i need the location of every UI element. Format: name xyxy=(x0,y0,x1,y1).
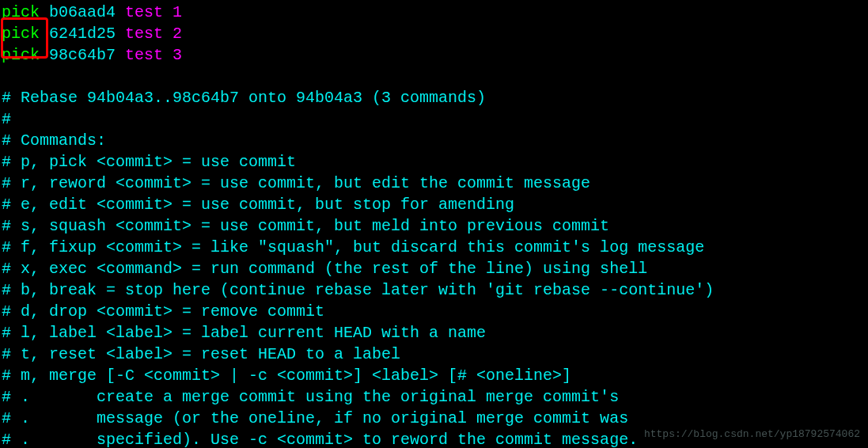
pick-action: pick xyxy=(2,25,40,43)
watermark-text: https://blog.csdn.net/yp18792574062 xyxy=(644,427,860,442)
commit-line-2[interactable]: pick 6241d25 test 2 xyxy=(2,23,866,44)
commit-line-1[interactable]: pick b06aad4 test 1 xyxy=(2,2,866,23)
comment-commands-header: # Commands: xyxy=(2,130,866,151)
pick-action: pick xyxy=(2,3,40,21)
comment-reword: # r, reword <commit> = use commit, but e… xyxy=(2,173,866,194)
comment-merge2: # . create a merge commit using the orig… xyxy=(2,386,866,408)
comment-pick: # p, pick <commit> = use commit xyxy=(2,151,866,173)
comment-merge3: # . message (or the oneline, if no origi… xyxy=(2,408,866,429)
pick-action: pick xyxy=(2,46,40,64)
comment-merge: # m, merge [-C <commit> | -c <commit>] <… xyxy=(2,365,866,386)
comment-fixup: # f, fixup <commit> = like "squash", but… xyxy=(2,237,866,258)
commit-hash: 6241d25 xyxy=(49,25,116,43)
commit-line-3[interactable]: pick 98c64b7 test 3 xyxy=(2,44,866,66)
comment-reset: # t, reset <label> = reset HEAD to a lab… xyxy=(2,344,866,365)
commit-message: test 1 xyxy=(125,3,182,21)
blank-line xyxy=(2,66,866,87)
commit-hash: 98c64b7 xyxy=(49,46,116,64)
terminal-content[interactable]: pick b06aad4 test 1 pick 6241d25 test 2 … xyxy=(2,2,866,448)
commit-hash: b06aad4 xyxy=(49,3,116,21)
comment-squash: # s, squash <commit> = use commit, but m… xyxy=(2,215,866,237)
comment-hash: # xyxy=(2,108,866,130)
comment-exec: # x, exec <command> = run command (the r… xyxy=(2,258,866,279)
comment-label: # l, label <label> = label current HEAD … xyxy=(2,322,866,344)
comment-edit: # e, edit <commit> = use commit, but sto… xyxy=(2,194,866,215)
commit-message: test 3 xyxy=(125,46,182,64)
comment-drop: # d, drop <commit> = remove commit xyxy=(2,301,866,322)
comment-rebase-info: # Rebase 94b04a3..98c64b7 onto 94b04a3 (… xyxy=(2,87,866,108)
commit-message: test 2 xyxy=(125,25,182,43)
comment-break: # b, break = stop here (continue rebase … xyxy=(2,279,866,301)
